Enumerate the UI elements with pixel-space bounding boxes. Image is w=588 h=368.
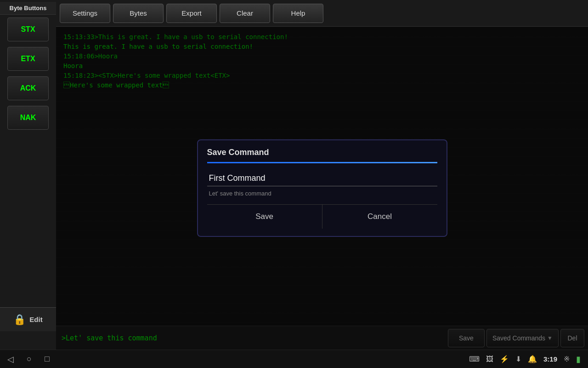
dialog-buttons: Save Cancel bbox=[207, 205, 437, 229]
nak-button[interactable]: NAK bbox=[7, 106, 49, 130]
gallery-icon: 🖼 bbox=[486, 355, 493, 363]
alert-icon: 🔔 bbox=[528, 355, 537, 363]
download-icon: ⬇ bbox=[515, 355, 521, 363]
tab-bytes[interactable]: Bytes bbox=[113, 4, 164, 23]
stx-button[interactable]: STX bbox=[7, 17, 49, 41]
tab-clear[interactable]: Clear bbox=[220, 4, 270, 23]
dialog-header: Save Command bbox=[198, 140, 447, 163]
edit-label: Edit bbox=[29, 316, 42, 323]
battery-icon: ▮ bbox=[576, 354, 581, 364]
edit-button-area[interactable]: 🔒 Edit bbox=[0, 307, 56, 331]
keyboard-icon: ⌨ bbox=[469, 355, 480, 363]
dialog-title: Save Command bbox=[207, 148, 437, 162]
tab-export[interactable]: Export bbox=[166, 4, 217, 23]
nav-right: ⌨ 🖼 ⚡ ⬇ 🔔 3:19 ※ ▮ bbox=[469, 354, 581, 364]
dialog-divider-blue bbox=[207, 162, 437, 163]
back-icon[interactable]: ◁ bbox=[7, 354, 14, 364]
usb-icon: ⚡ bbox=[500, 355, 509, 363]
sidebar-title: Byte Buttons bbox=[0, 2, 56, 15]
lock-icon: 🔒 bbox=[13, 314, 26, 326]
dialog-overlay: Save Command Let' save this command Save… bbox=[56, 27, 588, 350]
sidebar: Byte Buttons STX ETX ACK NAK 🔒 Edit bbox=[0, 0, 56, 350]
console-area: 15:13:33>This is great. I have a usb to … bbox=[56, 27, 588, 350]
dialog-subtitle: Let' save this command bbox=[207, 190, 437, 197]
ack-button[interactable]: ACK bbox=[7, 76, 49, 100]
tab-settings[interactable]: Settings bbox=[60, 4, 110, 23]
tab-help[interactable]: Help bbox=[273, 4, 323, 23]
nav-left: ◁ ○ □ bbox=[7, 354, 50, 364]
time-display: 3:19 bbox=[543, 355, 557, 363]
tab-bar: Settings Bytes Export Clear Help bbox=[56, 0, 588, 27]
dialog-cancel-button[interactable]: Cancel bbox=[322, 205, 437, 229]
home-icon[interactable]: ○ bbox=[27, 354, 32, 364]
dialog-save-button[interactable]: Save bbox=[207, 205, 322, 229]
save-command-dialog: Save Command Let' save this command Save… bbox=[197, 139, 447, 237]
recent-apps-icon[interactable]: □ bbox=[45, 354, 50, 364]
main-area: Settings Bytes Export Clear Help 15:13:3… bbox=[56, 0, 588, 350]
wifi-icon: ※ bbox=[564, 355, 570, 363]
nav-bar: ◁ ○ □ ⌨ 🖼 ⚡ ⬇ 🔔 3:19 ※ ▮ bbox=[0, 350, 588, 368]
command-name-input[interactable] bbox=[207, 171, 437, 186]
dialog-body: Let' save this command Save Cancel bbox=[198, 171, 447, 236]
etx-button[interactable]: ETX bbox=[7, 47, 49, 71]
